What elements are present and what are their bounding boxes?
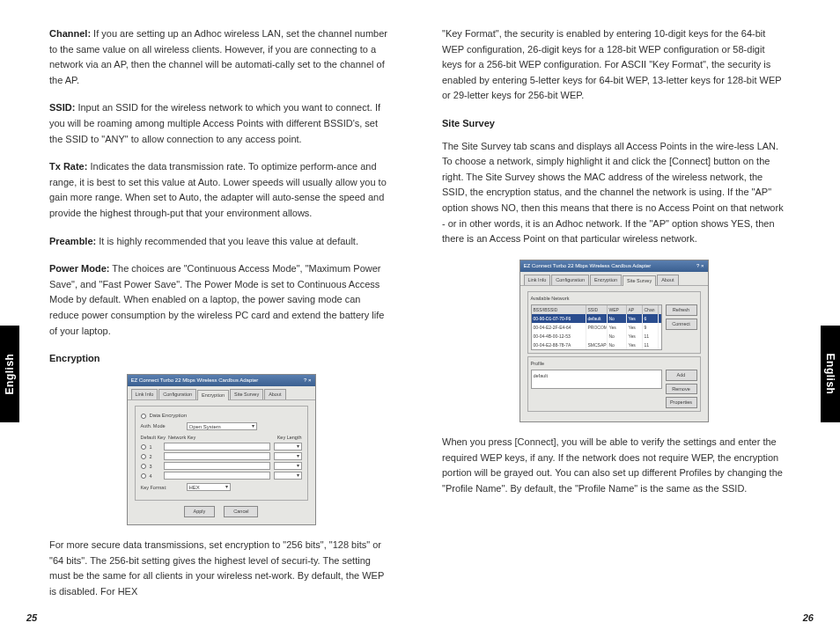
table-row: 00-04-4B-00-12-53NoYes11 [532, 332, 661, 341]
connect-button: Connect [666, 319, 697, 330]
key2-radio [141, 454, 146, 459]
label-defaultkey: Default Key [141, 435, 166, 440]
label-authmode: Auth. Mode [141, 422, 183, 430]
survey-dialog-tabs: Link Info Configuration Encryption Site … [520, 272, 708, 286]
close-icon: ? × [304, 377, 312, 385]
tab-configuration: Configuration [551, 275, 589, 285]
data-encryption-radio [141, 414, 146, 419]
tab-encryption: Encryption [590, 275, 622, 285]
select-keyformat: HEX [187, 483, 231, 491]
add-button: Add [666, 370, 697, 381]
text-powermode: The choices are "Continuous Access Mode"… [49, 263, 384, 335]
table-row: 00-90-D1-07-70-F6defaultNoYes6 [532, 314, 661, 323]
label-available-network: Available Network [531, 295, 697, 303]
enc-dialog-tabs: Link Info Configuration Encryption Site … [128, 386, 315, 400]
profile-list: default [531, 370, 662, 389]
key1-num: 1 [150, 443, 160, 451]
language-tab-left: English [0, 326, 19, 422]
properties-button: Properties [666, 397, 697, 408]
tab-sitesurvey: Site Survey [623, 275, 656, 286]
text-ssid: Input an SSID for the wireless network t… [49, 102, 380, 143]
label-keylength: Key Length [277, 434, 302, 442]
page-number-right: 26 [803, 612, 814, 623]
label-profile: Profile [531, 360, 697, 368]
network-table: BSS/IBSSID SSID WEP AP Chan 00-90-D1-07-… [531, 304, 662, 350]
heading-sitesurvey: Site Survey [442, 116, 785, 132]
col-ssid: SSID [586, 305, 608, 314]
label-networkkey: Network Key [168, 435, 195, 440]
para-keyformat: "Key Format", the security is enabled by… [442, 26, 785, 104]
para-survey-desc: The Site Survey tab scans and displays a… [442, 139, 785, 247]
table-row: 00-04-E2-2F-E4-64PROCOMMYesYes9 [532, 323, 661, 332]
label-data-encryption: Data Encryption [150, 412, 188, 421]
para-channel: Channel: If you are setting up an Adhoc … [49, 26, 393, 88]
cancel-button: Cancel [224, 506, 258, 517]
encryption-dialog-image: EZ Connect Turbo 22 Mbps Wireless Cardbu… [127, 374, 316, 526]
label-preamble: Preamble: [49, 236, 96, 246]
key1-input [164, 443, 270, 451]
key4-length [274, 472, 302, 480]
key1-length [274, 443, 302, 451]
key3-num: 3 [150, 463, 160, 471]
label-ssid: SSID: [49, 102, 75, 113]
para-preamble: Preamble: It is highly recommended that … [49, 234, 393, 250]
key2-num: 2 [150, 453, 160, 461]
key4-input [164, 472, 270, 480]
label-keyformat: Key Format: [141, 484, 183, 492]
heading-encryption: Encryption [49, 351, 393, 367]
label-txrate: Tx Rate: [49, 161, 87, 172]
tab-linkinfo: Link Info [524, 275, 551, 285]
refresh-button: Refresh [666, 304, 697, 316]
label-powermode: Power Mode: [49, 263, 109, 274]
tab-sitesurvey: Site Survey [230, 389, 263, 399]
tab-configuration: Configuration [158, 389, 196, 399]
text-txrate: Indicates the data transmission rate. To… [49, 161, 387, 218]
key4-num: 4 [150, 472, 160, 480]
key3-input [164, 462, 270, 470]
apply-button: Apply [184, 506, 216, 517]
key3-radio [141, 464, 146, 469]
select-authmode: Open System [187, 422, 257, 430]
close-icon: ? × [696, 262, 704, 271]
tab-about: About [264, 389, 285, 399]
col-wep: WEP [608, 305, 627, 314]
col-ap: AP [627, 305, 643, 314]
key2-length [274, 452, 302, 460]
tab-about: About [657, 275, 678, 285]
para-powermode: Power Mode: The choices are "Continuous … [49, 261, 393, 339]
page-number-left: 25 [26, 612, 37, 623]
enc-dialog-titlebar: EZ Connect Turbo 22 Mbps Wireless Cardbu… [128, 375, 315, 387]
col-chan: Chan [643, 305, 659, 314]
label-channel: Channel: [49, 28, 91, 39]
key1-radio [141, 444, 146, 450]
key2-input [164, 452, 270, 460]
right-column: "Key Format", the security is enabled by… [442, 26, 785, 509]
para-ssid: SSID: Input an SSID for the wireless net… [49, 100, 393, 147]
col-bssid: BSS/IBSSID [532, 305, 586, 314]
para-txrate: Tx Rate: Indicates the data transmission… [49, 159, 393, 221]
remove-button: Remove [666, 384, 697, 395]
tab-encryption: Encryption [197, 390, 229, 400]
text-preamble: It is highly recommended that you leave … [96, 236, 358, 246]
survey-dialog-titlebar: EZ Connect Turbo 22 Mbps Wireless Cardbu… [520, 260, 708, 273]
language-tab-right: English [821, 326, 840, 422]
left-column: Channel: If you are setting up an Adhoc … [49, 26, 393, 612]
key3-length [274, 462, 302, 470]
key4-radio [141, 473, 146, 479]
para-connect-desc: When you press [Connect], you will be ab… [442, 435, 785, 496]
table-row: 00-04-E2-88-78-7ASMCSAPNoYes11 [532, 341, 661, 349]
sitesurvey-dialog-image: EZ Connect Turbo 22 Mbps Wireless Cardbu… [519, 260, 709, 422]
tab-linkinfo: Link Info [131, 389, 158, 399]
para-encryption-desc: For more secure data transmissions, set … [49, 538, 393, 599]
text-channel: If you are setting up an Adhoc wireless … [49, 28, 387, 85]
